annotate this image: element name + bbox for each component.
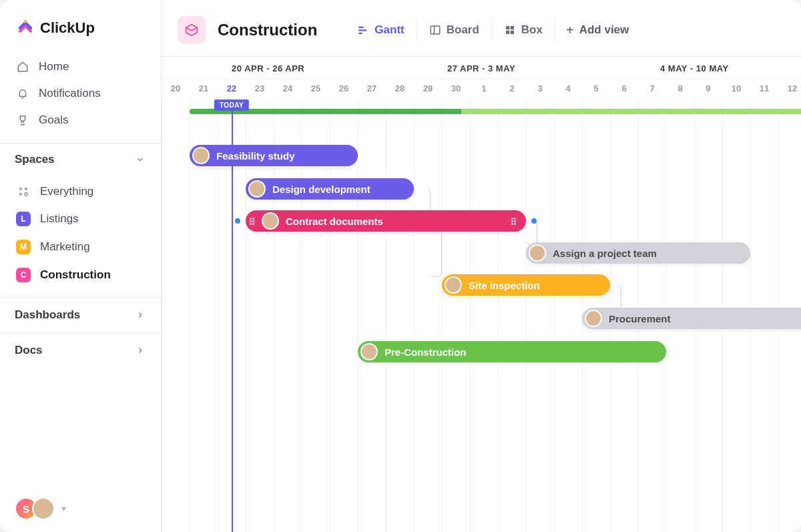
task-bar[interactable]: Assign a project team [526, 242, 750, 264]
section-docs[interactable]: Docs [0, 332, 161, 368]
svg-rect-7 [359, 33, 362, 34]
chevron-down-icon [136, 154, 146, 165]
week-header-cell: 20 APR - 26 APR [162, 57, 374, 79]
task-bar[interactable]: Feasibility study [190, 145, 358, 166]
today-badge: TODAY [214, 99, 249, 111]
gantt-icon [357, 24, 369, 36]
task-label: Procurement [609, 313, 671, 324]
gantt-body[interactable]: TODAYFeasibility studyDesign development… [162, 99, 801, 532]
drag-handle-icon[interactable] [510, 215, 517, 227]
day-header-cell: 21 [190, 79, 218, 99]
nav-home[interactable]: Home [8, 53, 153, 80]
avatar [32, 497, 55, 520]
spaces-header[interactable]: Spaces [0, 143, 161, 176]
nav-goals[interactable]: Goals [8, 107, 153, 134]
grid-icon [16, 186, 31, 197]
svg-point-1 [20, 188, 22, 190]
svg-rect-8 [431, 26, 440, 34]
day-header-cell: 20 [162, 79, 190, 99]
chevron-right-icon [136, 345, 146, 356]
chevron-right-icon [136, 310, 146, 320]
space-everything[interactable]: Everything [8, 178, 153, 205]
assignee-avatar [360, 343, 378, 360]
task-label: Design development [272, 184, 370, 195]
day-header-cell: 1 [470, 79, 498, 99]
tab-gantt[interactable]: Gantt [345, 19, 416, 41]
tab-box[interactable]: Box [491, 19, 555, 41]
tab-gantt-label: Gantt [374, 23, 404, 37]
add-view-button[interactable]: + Add view [555, 19, 639, 42]
progress-bar [190, 109, 801, 114]
day-header-row: 2021222324252627282930123456789101112 [162, 79, 801, 99]
day-header-cell: 30 [442, 79, 470, 99]
svg-rect-13 [511, 31, 514, 34]
task-bar[interactable]: Design development [246, 178, 414, 200]
page-title: Construction [218, 21, 317, 39]
week-header-row: 20 APR - 26 APR27 APR - 3 MAY4 MAY - 10 … [162, 57, 801, 79]
task-label: Assign a project team [553, 248, 657, 259]
svg-point-0 [24, 20, 27, 23]
assignee-avatar [248, 180, 266, 198]
gantt-chart: 20 APR - 26 APR27 APR - 3 MAY4 MAY - 10 … [162, 56, 801, 532]
day-header-cell: 5 [582, 79, 610, 99]
day-header-cell: 29 [414, 79, 442, 99]
week-header-cell: 4 MAY - 10 MAY [588, 57, 801, 79]
trophy-icon [16, 113, 29, 127]
space-item-marketing[interactable]: M Marketing [8, 233, 153, 261]
logo[interactable]: ClickUp [0, 0, 161, 49]
day-header-cell: 8 [666, 79, 694, 99]
task-bar[interactable]: Contract documents [246, 210, 526, 232]
svg-rect-4 [25, 193, 27, 196]
assignee-avatar [585, 310, 602, 327]
tab-board-label: Board [447, 23, 479, 37]
space-badge: M [16, 240, 31, 254]
sidebar-footer: S ▼ [0, 485, 161, 532]
home-icon [16, 60, 29, 73]
day-header-cell: 11 [750, 79, 778, 99]
plus-icon: + [566, 23, 574, 38]
section-dashboards-label: Dashboards [15, 308, 80, 322]
logo-text: ClickUp [40, 19, 95, 37]
day-header-cell: 12 [778, 79, 801, 99]
task-label: Site inspection [469, 280, 540, 291]
nav-notifications[interactable]: Notifications [8, 80, 153, 107]
user-avatar-stack[interactable]: S [15, 497, 55, 520]
day-header-cell: 7 [638, 79, 666, 99]
box-icon [504, 24, 516, 36]
logo-icon [16, 19, 35, 37]
task-bar[interactable]: Site inspection [442, 274, 610, 296]
svg-point-2 [25, 188, 27, 190]
caret-down-icon[interactable]: ▼ [60, 505, 67, 513]
space-item-construction[interactable]: C Construction [8, 261, 153, 289]
assignee-avatar [529, 244, 546, 262]
tab-box-label: Box [521, 23, 543, 37]
nav-home-label: Home [39, 60, 69, 73]
task-label: Feasibility study [216, 150, 295, 162]
space-item-listings[interactable]: L Listings [8, 205, 153, 233]
space-item-label: Marketing [40, 240, 90, 254]
svg-rect-10 [506, 26, 509, 29]
day-header-cell: 9 [694, 79, 722, 99]
space-badge: C [16, 268, 31, 282]
sidebar: ClickUp Home Notifications Goals [0, 0, 162, 532]
assignee-avatar [192, 147, 210, 164]
task-label: Pre-Construction [384, 346, 467, 358]
section-docs-label: Docs [15, 344, 43, 357]
day-header-cell: 25 [302, 79, 330, 99]
day-header-cell: 3 [526, 79, 554, 99]
section-dashboards[interactable]: Dashboards [0, 297, 161, 332]
task-bar[interactable]: Procurement [582, 308, 801, 329]
space-item-label: Construction [40, 268, 111, 282]
nav-notifications-label: Notifications [39, 87, 101, 100]
day-header-cell: 22 [218, 79, 246, 99]
assignee-avatar [262, 212, 279, 230]
nav-goals-label: Goals [39, 113, 68, 127]
topbar: Construction Gantt Board [162, 0, 801, 56]
bell-icon [16, 87, 29, 100]
tab-board[interactable]: Board [417, 19, 491, 41]
drag-handle-icon[interactable] [248, 215, 255, 227]
day-header-cell: 6 [610, 79, 638, 99]
task-bar[interactable]: Pre-Construction [358, 341, 666, 362]
page-icon [178, 16, 206, 44]
svg-point-3 [20, 194, 22, 196]
